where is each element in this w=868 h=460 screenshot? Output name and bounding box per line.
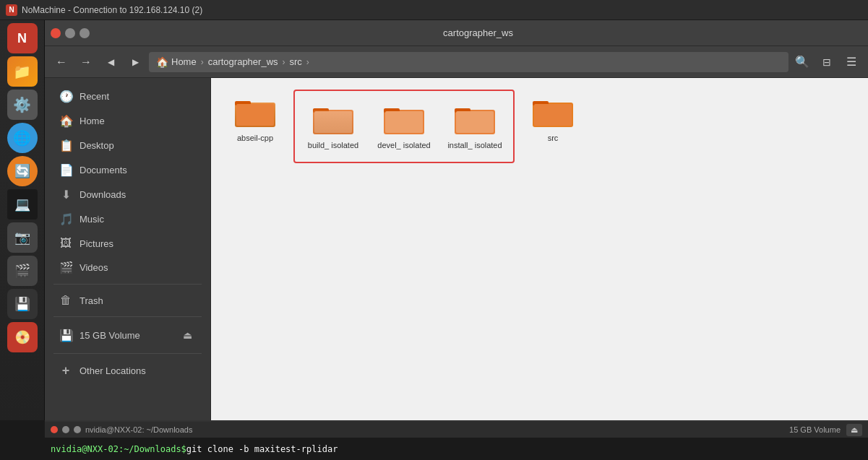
search-button[interactable]: 🔍	[791, 51, 813, 73]
window-title: cartographer_ws	[94, 27, 862, 38]
svg-rect-13	[456, 111, 494, 133]
dock-camera[interactable]: 📷	[7, 222, 38, 253]
sidebar-item-trash[interactable]: 🗑 Trash	[48, 289, 207, 312]
sidebar-item-other-label: Other Locations	[80, 365, 146, 376]
dock-disk[interactable]: 💾	[7, 289, 38, 319]
breadcrumb-bar: 🏠 Home › cartographer_ws › src ›	[149, 52, 788, 72]
downloads-icon: ⬇	[59, 188, 72, 201]
dock-update[interactable]: 🔄	[7, 156, 38, 186]
back-history-button[interactable]: ◀	[100, 51, 121, 73]
folder-icon	[313, 103, 353, 137]
dock-settings[interactable]: ⚙️	[7, 90, 38, 120]
folder-icon	[235, 95, 275, 130]
sidebar-item-desktop[interactable]: 📋 Desktop	[48, 134, 207, 157]
terminal-title: nvidia@NXX-02: ~/Downloads	[85, 425, 192, 434]
terminal-eject-button[interactable]: ⏏	[846, 424, 862, 436]
sidebar-item-music-label: Music	[80, 214, 104, 225]
dock-nomachine[interactable]: N	[7, 23, 38, 53]
sidebar-item-downloads[interactable]: ⬇ Downloads	[48, 183, 207, 207]
dock-chromium[interactable]: 🌐	[7, 123, 38, 153]
term-dot-yellow	[62, 426, 69, 433]
sidebar-item-other[interactable]: + Other Locations	[48, 358, 207, 383]
list-item[interactable]: build_ isolated	[301, 97, 366, 156]
back-button[interactable]: ←	[51, 51, 72, 73]
documents-icon: 📄	[59, 163, 72, 177]
svg-rect-7	[313, 110, 353, 134]
term-dot-red	[51, 426, 58, 433]
sidebar-item-videos[interactable]: 🎬 Videos	[48, 256, 207, 279]
folder-icon	[533, 95, 573, 130]
sidebar-item-home-label: Home	[80, 116, 105, 126]
dock-terminal[interactable]: 💻	[7, 189, 38, 220]
breadcrumb-home-label: Home	[171, 56, 197, 67]
breadcrumb-ws[interactable]: cartographer_ws	[204, 55, 283, 69]
toolbar-right: 🔍 ⊟ ☰	[791, 51, 862, 73]
dock: N 📁 ⚙️ 🌐 🔄 💻 📷 🎬 💾 📀	[0, 20, 45, 420]
breadcrumb-home[interactable]: 🏠 Home	[152, 55, 201, 69]
menu-button[interactable]: ☰	[841, 51, 862, 73]
list-item[interactable]: abseil-cpp	[223, 90, 288, 163]
volume-label: 15 GB Volume	[789, 425, 841, 434]
sidebar-item-recent[interactable]: 🕐 Recent	[48, 84, 207, 108]
sidebar: 🕐 Recent 🏠 Home 📋 Desktop 📄 Documents ⬇	[45, 78, 211, 420]
list-item[interactable]: devel_ isolated	[371, 97, 437, 156]
sidebar-item-pictures[interactable]: 🖼 Pictures	[48, 232, 207, 255]
toolbar: ← → ◀ ▶ 🏠 Home › cartographer_ws › src ›	[45, 46, 868, 78]
terminal-volume: 15 GB Volume ⏏	[789, 424, 862, 436]
file-label: install_ isolated	[447, 140, 502, 150]
music-icon: 🎵	[59, 212, 72, 226]
sidebar-divider-1	[53, 284, 202, 285]
dock-sdcard[interactable]: 📀	[7, 322, 38, 352]
sidebar-item-downloads-label: Downloads	[80, 189, 126, 200]
pictures-icon: 🖼	[59, 237, 72, 250]
other-locations-icon: +	[59, 363, 72, 378]
desktop-icon: 📋	[59, 139, 72, 152]
breadcrumb-src-label: src	[290, 56, 302, 67]
folder-icon	[384, 103, 424, 137]
view-toggle-button[interactable]: ⊟	[816, 51, 838, 73]
close-button[interactable]	[51, 28, 61, 38]
list-item[interactable]: src	[520, 90, 585, 163]
sidebar-item-pictures-label: Pictures	[80, 238, 113, 249]
breadcrumb-src[interactable]: src	[285, 55, 306, 69]
sidebar-item-volume-label: 15 GB Volume	[80, 330, 171, 341]
app-icon: N	[6, 4, 17, 16]
file-label: build_ isolated	[308, 140, 358, 150]
sidebar-divider-2	[53, 316, 202, 317]
svg-rect-16	[534, 104, 572, 126]
sidebar-item-home[interactable]: 🏠 Home	[48, 109, 207, 133]
title-bar-text: NoMachine - Connection to 192.168.124.10…	[22, 5, 862, 15]
eject-button[interactable]: ⏏	[179, 326, 196, 344]
forward-button[interactable]: →	[75, 51, 97, 73]
breadcrumb-sep-2: ›	[283, 57, 285, 67]
terminal-content[interactable]: nvidia@NXX-02:~/Downloads$ git clone -b …	[45, 438, 868, 460]
forward-history-button[interactable]: ▶	[124, 51, 146, 73]
sidebar-item-volume[interactable]: 💾 15 GB Volume ⏏	[48, 321, 207, 349]
dock-video[interactable]: 🎬	[7, 256, 38, 286]
dock-files[interactable]: 📁	[7, 56, 38, 87]
minimize-button[interactable]	[65, 28, 75, 38]
sidebar-item-documents[interactable]: 📄 Documents	[48, 158, 207, 182]
terminal-bar: nvidia@NXX-02: ~/Downloads 15 GB Volume …	[45, 420, 868, 460]
sidebar-item-music[interactable]: 🎵 Music	[48, 207, 207, 231]
sidebar-item-trash-label: Trash	[80, 295, 103, 306]
file-manager: cartographer_ws ← → ◀ ▶ 🏠 Home › cartogr…	[45, 20, 868, 420]
list-item[interactable]: install_ isolated	[442, 97, 507, 156]
sidebar-divider-3	[53, 353, 202, 354]
home-sidebar-icon: 🏠	[59, 114, 72, 128]
recent-icon: 🕐	[59, 90, 72, 103]
trash-icon: 🗑	[59, 294, 72, 307]
maximize-button[interactable]	[80, 28, 90, 38]
sidebar-item-desktop-label: Desktop	[80, 140, 114, 151]
terminal-header: nvidia@NXX-02: ~/Downloads 15 GB Volume …	[45, 422, 868, 438]
file-label: devel_ isolated	[377, 140, 430, 150]
file-label: abseil-cpp	[237, 133, 273, 143]
sidebar-item-recent-label: Recent	[80, 91, 109, 102]
volume-icon: 💾	[59, 329, 72, 342]
file-label: src	[548, 133, 559, 143]
selection-group: build_ isolated devel_ isolated	[293, 90, 515, 163]
file-grid: abseil-cpp	[211, 78, 868, 420]
folder-icon	[455, 103, 495, 137]
breadcrumb-ws-label: cartographer_ws	[208, 56, 278, 67]
breadcrumb-sep-3: ›	[306, 57, 309, 67]
